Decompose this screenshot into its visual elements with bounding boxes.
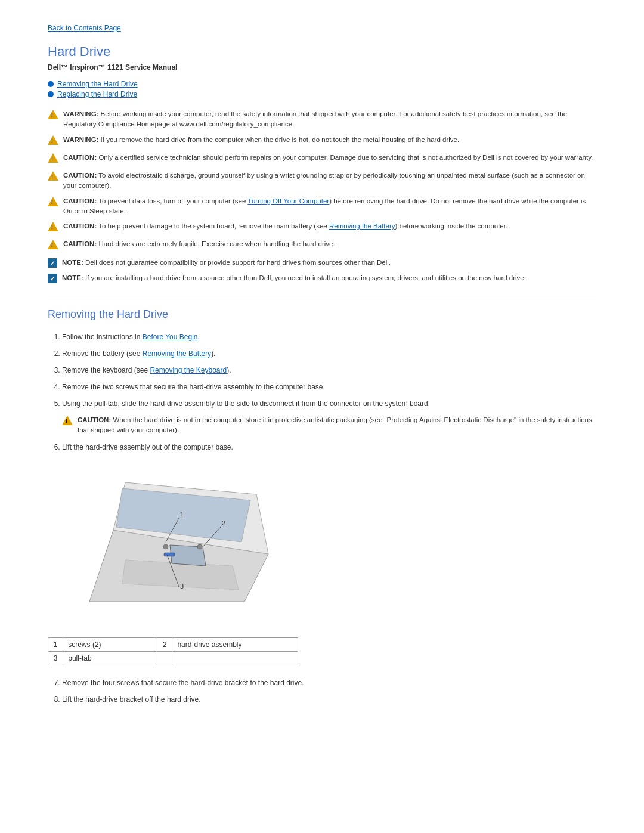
toc-link-removing[interactable]: Removing the Hard Drive — [57, 80, 138, 88]
warning-block-1: WARNING: Before working inside your comp… — [48, 109, 596, 130]
caution-triangle-icon-1 — [48, 153, 58, 166]
table-row-1: 1 screws (2) 2 hard-drive assembly — [48, 637, 298, 651]
table-desc-empty — [172, 651, 298, 665]
parts-table: 1 screws (2) 2 hard-drive assembly 3 pul… — [48, 637, 298, 665]
removing-section-title: Removing the Hard Drive — [48, 308, 596, 321]
caution-triangle-icon-step5 — [62, 416, 73, 428]
caution-text-5: CAUTION: Hard drives are extremely fragi… — [63, 239, 335, 249]
subtitle: Dell™ Inspiron™ 1121 Service Manual — [48, 63, 596, 72]
table-desc-assembly: hard-drive assembly — [172, 637, 298, 651]
note-block-2: ✓ NOTE: If you are installing a hard dri… — [48, 273, 596, 284]
svg-text:2: 2 — [222, 519, 225, 527]
caution-triangle-icon-2 — [48, 171, 58, 184]
caution-block-1: CAUTION: Only a certified service techni… — [48, 153, 596, 166]
step-4: Remove the two screws that secure the ha… — [62, 382, 596, 392]
before-you-begin-link[interactable]: Before You Begin — [143, 333, 198, 341]
diagram-container: 1 2 3 — [48, 465, 596, 625]
step-6: Lift the hard-drive assembly out of the … — [62, 442, 596, 453]
toc-item-removing: Removing the Hard Drive — [48, 80, 596, 88]
note-block-1: ✓ NOTE: Dell does not guarantee compatib… — [48, 258, 596, 268]
caution-block-3: CAUTION: To prevent data loss, turn off … — [48, 196, 596, 217]
svg-text:1: 1 — [180, 510, 184, 518]
steps-list-3: Remove the four screws that secure the h… — [62, 677, 596, 705]
table-num-3: 3 — [48, 651, 63, 665]
table-num-2: 2 — [157, 637, 172, 651]
svg-point-7 — [197, 544, 202, 549]
step-5: Using the pull-tab, slide the hard-drive… — [62, 398, 596, 409]
page-title: Hard Drive — [48, 44, 596, 60]
caution-block-4: CAUTION: To help prevent damage to the s… — [48, 221, 596, 234]
step-2: Remove the battery (see Removing the Bat… — [62, 348, 596, 359]
caution-triangle-icon-4 — [48, 222, 58, 234]
warning-triangle-icon-2 — [48, 135, 58, 148]
warning-triangle-icon — [48, 110, 58, 122]
step-1: Follow the instructions in Before You Be… — [62, 332, 596, 342]
laptop-diagram: 1 2 3 — [72, 465, 274, 625]
step-8: Lift the hard-drive bracket off the hard… — [62, 694, 596, 705]
bullet-icon — [48, 91, 54, 97]
caution-text-step5: CAUTION: When the hard drive is not in t… — [78, 415, 596, 436]
bullet-icon — [48, 81, 54, 87]
steps-list-1: Follow the instructions in Before You Be… — [62, 332, 596, 409]
step-7: Remove the four screws that secure the h… — [62, 677, 596, 688]
caution-block-step5: CAUTION: When the hard drive is not in t… — [62, 415, 596, 436]
table-of-contents: Removing the Hard Drive Replacing the Ha… — [48, 80, 596, 98]
caution-text-1: CAUTION: Only a certified service techni… — [63, 153, 593, 163]
table-row-2: 3 pull-tab — [48, 651, 298, 665]
caution-triangle-icon-5 — [48, 240, 58, 252]
svg-rect-5 — [164, 553, 175, 556]
table-num-empty — [157, 651, 172, 665]
removing-battery-link[interactable]: Removing the Battery — [143, 349, 211, 358]
warning-block-2: WARNING: If you remove the hard drive fr… — [48, 135, 596, 148]
steps-list-2: Lift the hard-drive assembly out of the … — [62, 442, 596, 453]
warning-text-2: WARNING: If you remove the hard drive fr… — [63, 135, 459, 145]
note-square-icon-1: ✓ — [48, 258, 57, 268]
svg-point-6 — [163, 544, 168, 549]
table-label-pulltab: pull-tab — [63, 651, 157, 665]
toc-item-replacing: Replacing the Hard Drive — [48, 90, 596, 98]
warning-text-1: WARNING: Before working inside your comp… — [63, 109, 596, 130]
toc-link-replacing[interactable]: Replacing the Hard Drive — [57, 90, 137, 98]
caution-triangle-icon-3 — [48, 197, 58, 209]
caution-block-5: CAUTION: Hard drives are extremely fragi… — [48, 239, 596, 252]
turning-off-link[interactable]: Turning Off Your Computer — [247, 197, 329, 205]
caution-block-2: CAUTION: To avoid electrostatic discharg… — [48, 171, 596, 191]
svg-text:3: 3 — [180, 583, 184, 590]
note-text-1: NOTE: Dell does not guarantee compatibil… — [62, 258, 391, 268]
caution-text-4: CAUTION: To help prevent damage to the s… — [63, 221, 507, 231]
table-label-screws: screws (2) — [63, 637, 157, 651]
back-to-contents-link[interactable]: Back to Contents Page — [48, 24, 596, 32]
note-text-2: NOTE: If you are installing a hard drive… — [62, 273, 526, 283]
removing-battery-link-caution[interactable]: Removing the Battery — [329, 222, 395, 230]
section-divider — [48, 296, 596, 296]
caution-text-2: CAUTION: To avoid electrostatic discharg… — [63, 171, 596, 191]
removing-keyboard-link[interactable]: Removing the Keyboard — [150, 366, 227, 374]
caution-text-3: CAUTION: To prevent data loss, turn off … — [63, 196, 596, 217]
step-3: Remove the keyboard (see Removing the Ke… — [62, 365, 596, 376]
note-square-icon-2: ✓ — [48, 274, 57, 284]
table-num-1: 1 — [48, 637, 63, 651]
